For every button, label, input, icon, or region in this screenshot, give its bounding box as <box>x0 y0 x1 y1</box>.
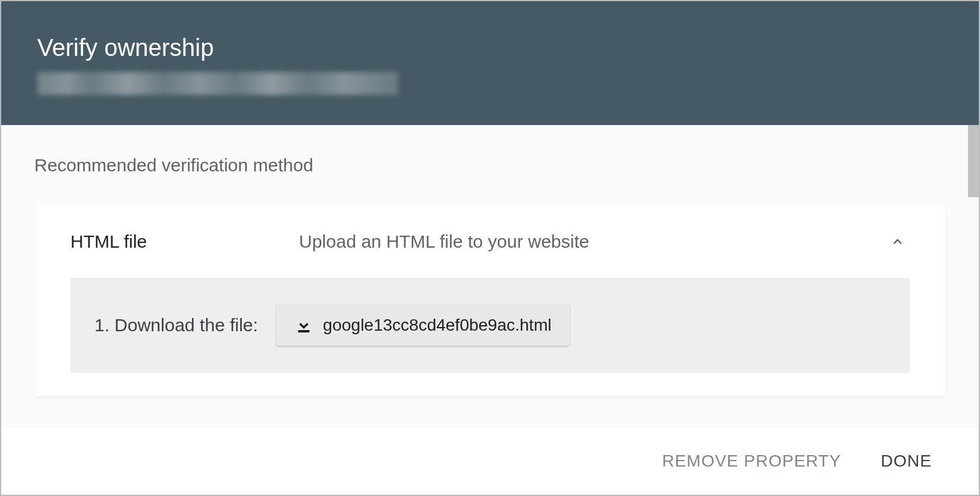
scrollbar[interactable] <box>968 125 979 197</box>
method-name: HTML file <box>70 231 299 252</box>
dialog-content[interactable]: Recommended verification method HTML fil… <box>1 125 979 427</box>
method-description: Upload an HTML file to your website <box>299 231 886 252</box>
dialog-title: Verify ownership <box>37 34 943 61</box>
download-filename: google13cc8cd4ef0be9ac.html <box>323 316 552 335</box>
done-button[interactable]: DONE <box>876 445 937 477</box>
method-body: 1. Download the file: google13cc8cd4ef0b… <box>34 278 946 397</box>
method-header-toggle[interactable]: HTML file Upload an HTML file to your we… <box>34 206 946 278</box>
download-file-button[interactable]: google13cc8cd4ef0be9ac.html <box>276 305 570 346</box>
dialog-header: Verify ownership <box>1 1 979 125</box>
chevron-up-icon <box>886 230 910 254</box>
property-url-blurred <box>37 72 398 95</box>
section-label: Recommended verification method <box>34 155 946 176</box>
verify-ownership-dialog: Verify ownership Recommended verificatio… <box>1 1 979 495</box>
verification-method-card: HTML file Upload an HTML file to your we… <box>34 206 946 397</box>
dialog-footer: REMOVE PROPERTY DONE <box>1 427 979 495</box>
remove-property-button[interactable]: REMOVE PROPERTY <box>657 445 846 477</box>
download-icon <box>294 316 313 335</box>
step-1-container: 1. Download the file: google13cc8cd4ef0b… <box>70 278 910 373</box>
step-1-label: 1. Download the file: <box>94 315 258 335</box>
